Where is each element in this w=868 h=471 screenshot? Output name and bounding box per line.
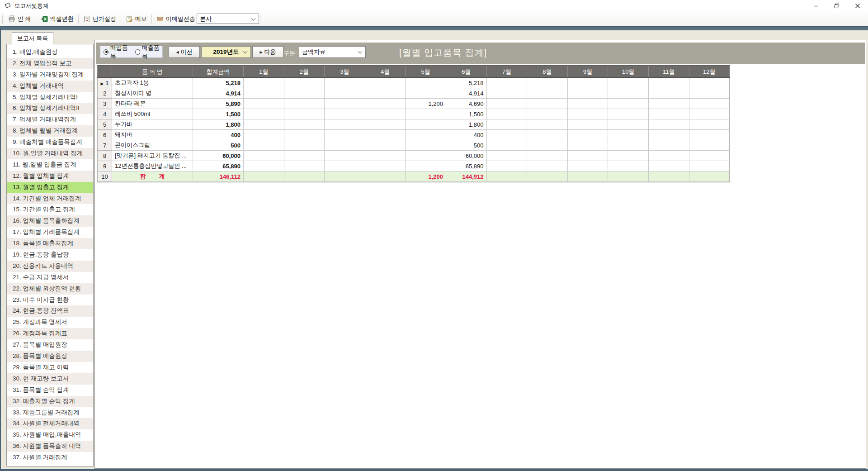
column-header-month-10[interactable]: 10월 xyxy=(608,66,649,78)
month-8-cell[interactable] xyxy=(527,119,568,130)
column-header-month-8[interactable]: 8월 xyxy=(527,66,568,78)
sidebar-item-7[interactable]: 7. 업체별 거래내역집계 xyxy=(7,114,93,125)
sidebar-item-2[interactable]: 2. 전체 영업실적 보고 xyxy=(7,58,93,69)
month-6-cell[interactable]: 4,914 xyxy=(446,88,486,99)
sidebar-item-30[interactable]: 30. 현 재고량 보고서 xyxy=(7,373,93,385)
month-5-cell[interactable]: 1,200 xyxy=(406,171,446,182)
item-name-cell[interactable]: 초교과자 1봉 xyxy=(112,78,193,88)
sidebar-item-12[interactable]: 12. 월별 업체별 집계 xyxy=(7,171,93,182)
memo-button[interactable]: 메모 xyxy=(121,14,151,24)
month-8-cell[interactable] xyxy=(527,161,568,171)
month-1-cell[interactable] xyxy=(244,171,284,182)
column-header-month-4[interactable]: 4월 xyxy=(365,66,406,78)
row-number-cell[interactable]: 9 xyxy=(98,161,112,171)
column-header-month-9[interactable]: 9월 xyxy=(567,66,608,78)
month-2-cell[interactable] xyxy=(284,161,325,171)
item-name-cell[interactable]: [맛기픈] 돼지고기 통칼집 ... xyxy=(112,151,193,161)
column-header-month-12[interactable]: 12월 xyxy=(689,66,730,78)
sidebar-item-4[interactable]: 4. 업체별 거래내역 xyxy=(7,81,93,92)
month-10-cell[interactable] xyxy=(608,78,649,88)
month-12-cell[interactable] xyxy=(689,88,730,99)
month-6-cell[interactable]: 400 xyxy=(446,130,486,140)
month-12-cell[interactable] xyxy=(689,78,730,88)
item-name-cell[interactable]: 돼지바 xyxy=(112,130,193,140)
month-7-cell[interactable] xyxy=(486,151,527,161)
month-8-cell[interactable] xyxy=(527,140,568,151)
row-number-cell[interactable]: 6 xyxy=(98,130,112,140)
column-header-month-1[interactable]: 1월 xyxy=(244,66,284,78)
sidebar-item-9[interactable]: 9. 매출처별 매출품목집계 xyxy=(7,137,93,148)
month-9-cell[interactable] xyxy=(567,109,608,119)
column-header-month-2[interactable]: 2월 xyxy=(284,66,325,78)
month-2-cell[interactable] xyxy=(284,99,325,109)
row-number-cell[interactable]: 7 xyxy=(98,140,112,151)
month-11-cell[interactable] xyxy=(648,78,689,88)
row-number-cell[interactable]: 5 xyxy=(98,119,112,130)
month-3-cell[interactable] xyxy=(325,130,365,140)
month-10-cell[interactable] xyxy=(608,109,649,119)
month-12-cell[interactable] xyxy=(689,130,730,140)
total-amount-cell[interactable]: 5,890 xyxy=(193,99,244,109)
month-12-cell[interactable] xyxy=(689,171,730,182)
month-10-cell[interactable] xyxy=(608,88,649,99)
month-1-cell[interactable] xyxy=(244,140,284,151)
sidebar-item-20[interactable]: 20. 신용카드 사용내역 xyxy=(7,261,93,272)
month-8-cell[interactable] xyxy=(527,88,568,99)
total-amount-cell[interactable]: 5,218 xyxy=(193,78,244,88)
month-5-cell[interactable] xyxy=(406,78,446,88)
sidebar-item-21[interactable]: 21. 수금,지급 명세서 xyxy=(7,272,93,283)
month-9-cell[interactable] xyxy=(567,151,608,161)
row-number-cell[interactable]: 8 xyxy=(98,151,112,161)
month-8-cell[interactable] xyxy=(527,99,568,109)
month-7-cell[interactable] xyxy=(486,130,527,140)
unit-price-settings-button[interactable]: 단가설정 xyxy=(79,14,121,24)
month-1-cell[interactable] xyxy=(244,78,284,88)
sidebar-item-10[interactable]: 10. 월,일별 거래내역 집계 xyxy=(7,148,93,159)
close-button[interactable] xyxy=(847,0,868,12)
month-3-cell[interactable] xyxy=(325,109,365,119)
month-11-cell[interactable] xyxy=(648,130,689,140)
month-9-cell[interactable] xyxy=(567,161,608,171)
row-number-cell[interactable]: 2 xyxy=(98,88,112,99)
month-3-cell[interactable] xyxy=(325,99,365,109)
month-6-cell[interactable]: 500 xyxy=(446,140,486,151)
item-name-cell[interactable]: 합 계 xyxy=(112,171,193,182)
month-5-cell[interactable] xyxy=(406,88,446,99)
month-1-cell[interactable] xyxy=(244,161,284,171)
sidebar-item-26[interactable]: 26. 계정과목 집계표 xyxy=(7,328,93,339)
sidebar-item-5[interactable]: 5. 업체별 상세거래내역I xyxy=(7,92,93,103)
month-10-cell[interactable] xyxy=(608,130,649,140)
total-amount-cell[interactable]: 4,914 xyxy=(193,88,244,99)
row-number-cell[interactable]: ▶1 xyxy=(98,78,112,88)
sidebar-item-24[interactable]: 24. 현금,통장 잔액표 xyxy=(7,305,93,317)
total-amount-cell[interactable]: 1,800 xyxy=(193,119,244,130)
column-header-total-amount[interactable]: 합계금액 xyxy=(193,66,244,78)
item-name-cell[interactable]: 칠성사이다 병 xyxy=(112,88,193,99)
month-4-cell[interactable] xyxy=(365,140,406,151)
sidebar-item-31[interactable]: 31. 품목별 순익 집계 xyxy=(7,385,93,396)
month-11-cell[interactable] xyxy=(648,88,689,99)
month-1-cell[interactable] xyxy=(244,151,284,161)
month-11-cell[interactable] xyxy=(648,151,689,161)
month-9-cell[interactable] xyxy=(567,140,608,151)
sidebar-item-6[interactable]: 6. 업체별 상세거래내역II xyxy=(7,103,93,114)
tab-report-list[interactable]: 보고서 목록 xyxy=(12,32,53,44)
month-4-cell[interactable] xyxy=(365,99,406,109)
sidebar-item-35[interactable]: 35. 사원별 매입,매출내역 xyxy=(7,429,93,441)
month-3-cell[interactable] xyxy=(325,140,365,151)
month-3-cell[interactable] xyxy=(325,119,365,130)
month-7-cell[interactable] xyxy=(486,109,527,119)
month-2-cell[interactable] xyxy=(284,130,325,140)
month-10-cell[interactable] xyxy=(608,140,649,151)
sidebar-item-32[interactable]: 32. 매출처별 순익 집계 xyxy=(7,396,93,407)
month-6-cell[interactable]: 4,690 xyxy=(446,99,486,109)
month-12-cell[interactable] xyxy=(689,140,730,151)
item-name-cell[interactable]: 12년전통홍삼만넣고달인 ... xyxy=(112,161,193,171)
radio-purchase-items[interactable]: 매입품목 xyxy=(104,44,131,60)
month-4-cell[interactable] xyxy=(365,109,406,119)
sidebar-item-15[interactable]: 15. 기간별 입출고 집계 xyxy=(7,204,93,215)
month-6-cell[interactable]: 144,912 xyxy=(446,171,486,182)
company-select[interactable]: 본사 xyxy=(197,14,259,24)
sidebar-item-11[interactable]: 11. 월,일별 입출금 집계 xyxy=(7,159,93,171)
month-1-cell[interactable] xyxy=(244,119,284,130)
